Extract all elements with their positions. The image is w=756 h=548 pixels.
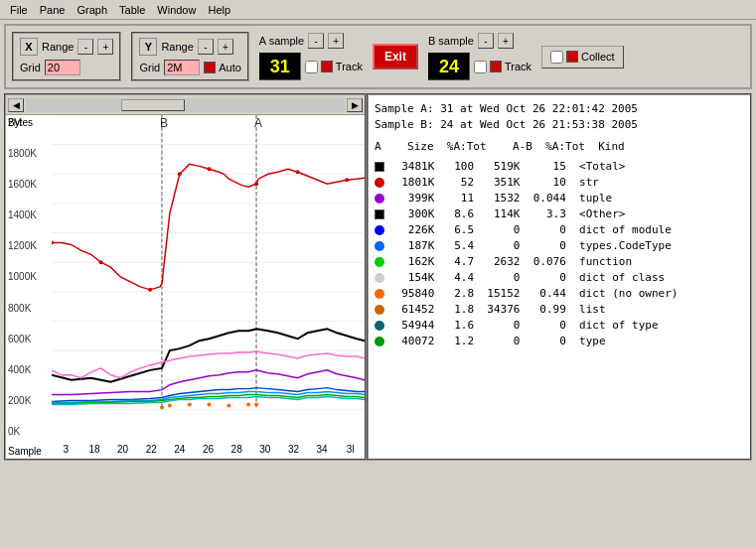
a-track-checkbox[interactable] [305, 61, 318, 73]
svg-point-24 [148, 288, 152, 292]
info-row-0: 3481K 100 519K 15 <Total> [375, 159, 744, 175]
y-axis-box: Y Range - + Grid Auto [131, 32, 248, 81]
col-headers: A Size %A:Tot A-B %A:Tot Kind [375, 139, 744, 155]
info-row-text-1: 1801K 52 351K 10 str [388, 175, 599, 191]
info-row-text-3: 300K 8.6 114K 3.3 <Other> [388, 206, 625, 222]
main-panels: ◀ ▶ 2M 1800K 1600K 1400K 1200K 1000K 800… [4, 93, 752, 461]
info-row-text-8: 95840 2.8 15152 0.44 dict (no owner) [388, 286, 678, 302]
info-row-2: 399K 11 1532 0.044 tuple [375, 191, 744, 206]
svg-text:B: B [160, 116, 168, 130]
info-row-color-1 [375, 178, 384, 188]
svg-point-17 [188, 402, 192, 406]
svg-point-26 [208, 167, 212, 171]
graph-scrollbar-thumb[interactable] [121, 99, 185, 111]
info-row-color-10 [375, 321, 384, 331]
info-row-9: 61452 1.8 34376 0.99 list [375, 302, 744, 318]
a-track-label: Track [336, 61, 363, 72]
svg-point-25 [178, 172, 182, 176]
svg-point-28 [296, 170, 300, 174]
info-row-text-9: 61452 1.8 34376 0.99 list [388, 302, 606, 318]
b-sample-plus[interactable]: + [498, 33, 514, 49]
graph-canvas: B A [52, 115, 365, 439]
x-axis-labels: 3 18 20 22 24 26 28 30 32 34 3l [52, 439, 365, 459]
exit-button[interactable]: Exit [373, 44, 418, 69]
x-grid-label: Grid [20, 62, 41, 73]
info-row-color-9 [375, 305, 384, 315]
menu-file[interactable]: File [4, 3, 34, 17]
info-row-color-3 [375, 209, 384, 219]
info-row-color-4 [375, 225, 384, 235]
x-label-22: 22 [137, 444, 166, 455]
b-track-row: Track [474, 61, 531, 73]
info-row-4: 226K 6.5 0 0 dict of module [375, 222, 744, 238]
collect-button[interactable]: Collect [541, 46, 624, 68]
x-label-18: 18 [80, 444, 109, 455]
y-grid-label: Grid [139, 62, 160, 73]
x-label-3: 3 [52, 444, 80, 455]
info-row-color-8 [375, 289, 384, 299]
x-range-minus[interactable]: - [77, 39, 93, 55]
info-row-3: 300K 8.6 114K 3.3 <Other> [375, 206, 744, 222]
info-row-color-2 [375, 194, 384, 204]
svg-point-23 [99, 260, 103, 264]
a-sample-plus[interactable]: + [328, 33, 344, 49]
svg-point-20 [246, 402, 250, 406]
b-sample-section: B sample - + 24 Track [428, 33, 531, 80]
b-sample-minus[interactable]: - [478, 33, 494, 49]
svg-point-21 [254, 402, 258, 406]
info-row-text-6: 162K 4.7 2632 0.076 function [388, 254, 632, 270]
x-label-24: 24 [166, 444, 195, 455]
auto-row: Auto [204, 62, 241, 73]
collect-color [566, 51, 578, 63]
info-row-color-6 [375, 257, 384, 267]
x-label-26: 26 [194, 444, 223, 455]
a-track-color [321, 61, 333, 72]
y-label-1200k: 1200K [8, 240, 50, 251]
a-sample-value: 31 [259, 53, 301, 80]
svg-text:A: A [254, 116, 262, 130]
info-row-text-2: 399K 11 1532 0.044 tuple [388, 191, 612, 206]
x-axis-label: X [20, 38, 38, 56]
menu-help[interactable]: Help [202, 3, 236, 17]
x-range-plus[interactable]: + [97, 39, 113, 55]
b-track-checkbox[interactable] [474, 61, 487, 73]
graph-scroll-right[interactable]: ▶ [347, 98, 363, 112]
svg-point-22 [52, 240, 54, 244]
menu-window[interactable]: Window [151, 3, 202, 17]
y-label-800k: 800K [8, 303, 50, 314]
graph-scrollbar[interactable] [26, 98, 345, 112]
info-row-5: 187K 5.4 0 0 types.CodeType [375, 238, 744, 254]
x-axis-box: X Range - + Grid [12, 32, 121, 81]
y-axis-label: Y [139, 38, 157, 56]
y-label-200k: 200K [8, 395, 50, 406]
svg-point-27 [254, 182, 258, 186]
a-sample-section: A sample - + 31 Track [259, 33, 363, 80]
y-label-0k: 0K [8, 426, 50, 437]
a-sample-minus[interactable]: - [308, 33, 324, 49]
menu-table[interactable]: Table [113, 3, 151, 17]
graph-panel: ◀ ▶ 2M 1800K 1600K 1400K 1200K 1000K 800… [4, 93, 367, 461]
collect-label: Collect [581, 51, 615, 63]
y-label-600k: 600K [8, 334, 50, 344]
auto-label: Auto [219, 62, 241, 73]
x-label-32: 32 [279, 444, 308, 455]
y-range-minus[interactable]: - [198, 39, 214, 55]
menu-pane[interactable]: Pane [34, 3, 72, 17]
x-grid-input[interactable] [45, 60, 80, 75]
info-row-6: 162K 4.7 2632 0.076 function [375, 254, 744, 270]
y-axis-labels: 2M 1800K 1600K 1400K 1200K 1000K 800K 60… [6, 115, 52, 439]
sample-b-info: Sample B: 24 at Wed Oct 26 21:53:38 2005 [375, 117, 744, 133]
bytes-label: Bytes [8, 117, 33, 128]
graph-scroll-left[interactable]: ◀ [8, 98, 24, 112]
y-range-plus[interactable]: + [218, 39, 233, 55]
y-grid-input[interactable] [164, 60, 200, 75]
b-sample-value: 24 [428, 53, 470, 80]
y-label-1400k: 1400K [8, 209, 50, 220]
info-row-color-11 [375, 337, 384, 346]
info-row-text-0: 3481K 100 519K 15 <Total> [388, 159, 625, 175]
menu-graph[interactable]: Graph [71, 3, 113, 17]
y-label-1600k: 1600K [8, 179, 50, 190]
auto-color-box [204, 62, 216, 73]
collect-checkbox[interactable] [550, 51, 563, 64]
svg-point-18 [208, 402, 212, 406]
